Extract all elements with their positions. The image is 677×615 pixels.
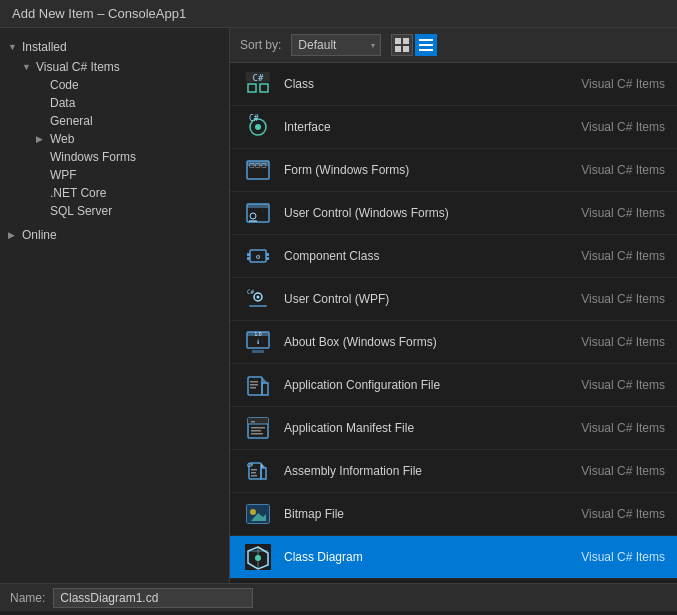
view-toggle bbox=[391, 34, 437, 56]
item-name: Application Manifest File bbox=[284, 421, 555, 435]
item-icon-bitmap bbox=[242, 498, 274, 530]
list-item[interactable]: 1.0 ℹ About Box (Windows Forms)Visual C#… bbox=[230, 321, 677, 364]
sidebar-child-label: Web bbox=[50, 132, 74, 146]
item-name: Bitmap File bbox=[284, 507, 555, 521]
sidebar-item-windows-forms[interactable]: Windows Forms bbox=[0, 148, 229, 166]
svg-rect-35 bbox=[249, 305, 267, 307]
item-name: Class Diagram bbox=[284, 550, 555, 564]
item-icon-assembly: C# bbox=[242, 455, 274, 487]
sidebar-child-label: General bbox=[50, 114, 93, 128]
svg-text:C#: C# bbox=[247, 462, 253, 468]
item-name: Component Class bbox=[284, 249, 555, 263]
item-category: Visual C# Items bbox=[555, 378, 665, 392]
item-category: Visual C# Items bbox=[555, 206, 665, 220]
svg-rect-57 bbox=[251, 433, 263, 435]
sidebar: ▼Installed▼Visual C# ItemsCodeDataGenera… bbox=[0, 28, 230, 583]
title-bar: Add New Item – ConsoleApp1 bbox=[0, 0, 677, 28]
item-category: Visual C# Items bbox=[555, 550, 665, 564]
list-item[interactable]: ⚙ Component ClassVisual C# Items bbox=[230, 235, 677, 278]
items-list: C# ClassVisual C# Items C# InterfaceVisu… bbox=[230, 63, 677, 583]
item-icon-form: ▢▢▢ bbox=[242, 154, 274, 186]
name-input[interactable] bbox=[53, 588, 253, 608]
list-item[interactable]: Class DiagramVisual C# Items bbox=[230, 536, 677, 579]
item-icon-component: ⚙ bbox=[242, 240, 274, 272]
main-layout: ▼Installed▼Visual C# ItemsCodeDataGenera… bbox=[0, 28, 677, 611]
svg-rect-65 bbox=[251, 475, 257, 477]
sidebar-child-label: .NET Core bbox=[50, 186, 106, 200]
sidebar-child-label: Code bbox=[50, 78, 79, 92]
sort-select[interactable]: Default Name Type bbox=[291, 34, 381, 56]
arrow-icon: ▼ bbox=[22, 62, 36, 72]
item-name: Class bbox=[284, 77, 555, 91]
item-icon-usercontrol bbox=[242, 197, 274, 229]
svg-rect-54 bbox=[251, 421, 255, 423]
list-item[interactable]: C# ClassVisual C# Items bbox=[230, 63, 677, 106]
list-item[interactable]: Bitmap FileVisual C# Items bbox=[230, 493, 677, 536]
sort-dropdown-wrapper[interactable]: Default Name Type bbox=[291, 34, 381, 56]
list-item[interactable]: Application Manifest FileVisual C# Items bbox=[230, 407, 677, 450]
sidebar-child-label: Data bbox=[50, 96, 75, 110]
sidebar-label: Installed bbox=[22, 40, 67, 54]
svg-rect-28 bbox=[247, 257, 250, 260]
svg-rect-1 bbox=[403, 38, 409, 44]
item-icon-manifest bbox=[242, 412, 274, 444]
svg-text:C#: C# bbox=[247, 288, 255, 295]
sidebar-item-code[interactable]: Code bbox=[0, 76, 229, 94]
sidebar-item-wpf[interactable]: WPF bbox=[0, 166, 229, 184]
item-category: Visual C# Items bbox=[555, 507, 665, 521]
sidebar-child-label: WPF bbox=[50, 168, 77, 182]
svg-rect-55 bbox=[251, 427, 265, 429]
svg-text:▢▢▢: ▢▢▢ bbox=[249, 162, 267, 168]
sidebar-label: Visual C# Items bbox=[36, 60, 120, 74]
sidebar-item-general[interactable]: General bbox=[0, 112, 229, 130]
svg-rect-6 bbox=[419, 49, 433, 51]
item-icon-classdiagram bbox=[242, 541, 274, 573]
svg-point-69 bbox=[250, 509, 256, 515]
svg-point-14 bbox=[255, 124, 261, 130]
sort-label: Sort by: bbox=[240, 38, 281, 52]
item-category: Visual C# Items bbox=[555, 77, 665, 91]
svg-rect-47 bbox=[250, 381, 258, 383]
item-category: Visual C# Items bbox=[555, 292, 665, 306]
item-category: Visual C# Items bbox=[555, 464, 665, 478]
list-item[interactable]: C# User Control (WPF)Visual C# Items bbox=[230, 278, 677, 321]
svg-rect-64 bbox=[251, 472, 256, 474]
arrow-icon: ▶ bbox=[36, 134, 50, 144]
svg-point-34 bbox=[257, 296, 260, 299]
sidebar-section-installed[interactable]: ▼Installed bbox=[0, 38, 229, 56]
list-item[interactable]: Application Configuration FileVisual C# … bbox=[230, 364, 677, 407]
list-item[interactable]: C# InterfaceVisual C# Items bbox=[230, 106, 677, 149]
svg-rect-29 bbox=[266, 253, 269, 256]
svg-rect-22 bbox=[247, 204, 269, 208]
sidebar-section-visual-c#-items[interactable]: ▼Visual C# Items bbox=[0, 58, 229, 76]
sidebar-child-label: Windows Forms bbox=[50, 150, 136, 164]
svg-rect-42 bbox=[252, 350, 264, 353]
item-category: Visual C# Items bbox=[555, 163, 665, 177]
item-category: Visual C# Items bbox=[555, 120, 665, 134]
svg-rect-24 bbox=[249, 220, 257, 222]
list-item[interactable]: ▢▢▢ Form (Windows Forms)Visual C# Items bbox=[230, 149, 677, 192]
svg-text:C#: C# bbox=[253, 73, 264, 83]
item-name: User Control (Windows Forms) bbox=[284, 206, 555, 220]
grid-view-button[interactable] bbox=[391, 34, 413, 56]
title-text: Add New Item – ConsoleApp1 bbox=[12, 6, 186, 21]
list-item[interactable]: User Control (Windows Forms)Visual C# It… bbox=[230, 192, 677, 235]
svg-rect-5 bbox=[419, 44, 433, 46]
item-icon-config bbox=[242, 369, 274, 401]
list-item[interactable]: C# Assembly Information FileVisual C# It… bbox=[230, 450, 677, 493]
item-icon-class: C# bbox=[242, 68, 274, 100]
sidebar-item-sql-server[interactable]: SQL Server bbox=[0, 202, 229, 220]
name-label: Name: bbox=[10, 591, 45, 605]
arrow-icon: ▼ bbox=[8, 42, 22, 52]
sidebar-child-label: SQL Server bbox=[50, 204, 112, 218]
sidebar-item--net-core[interactable]: .NET Core bbox=[0, 184, 229, 202]
svg-rect-3 bbox=[403, 46, 409, 52]
sidebar-item-data[interactable]: Data bbox=[0, 94, 229, 112]
item-category: Visual C# Items bbox=[555, 335, 665, 349]
svg-rect-56 bbox=[251, 430, 261, 432]
item-name: User Control (WPF) bbox=[284, 292, 555, 306]
sidebar-section-online[interactable]: ▶Online bbox=[0, 226, 229, 244]
sidebar-item-web[interactable]: ▶Web bbox=[0, 130, 229, 148]
list-view-button[interactable] bbox=[415, 34, 437, 56]
item-icon-interface: C# bbox=[242, 111, 274, 143]
